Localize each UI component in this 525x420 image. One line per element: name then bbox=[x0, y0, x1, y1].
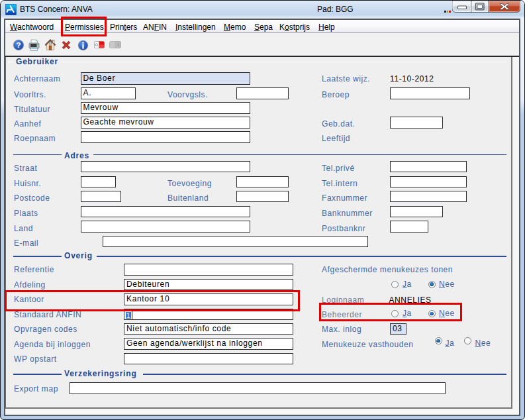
svg-text:?: ? bbox=[16, 41, 21, 49]
